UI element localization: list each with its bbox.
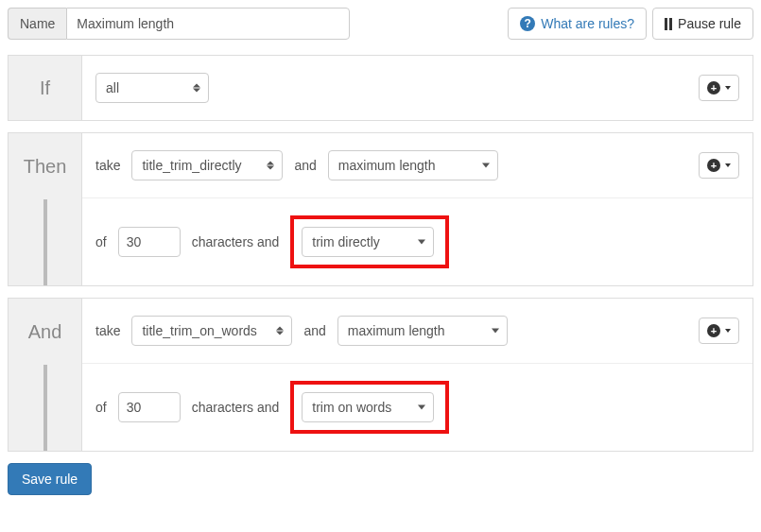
then-row-2: of characters and trim directly	[82, 197, 752, 285]
pause-icon	[665, 18, 672, 30]
chars-and-word: characters and	[192, 234, 280, 249]
pause-text: Pause rule	[678, 16, 741, 31]
plus-icon: +	[707, 159, 720, 172]
and-action-select[interactable]: maximum length	[337, 316, 508, 346]
help-text: What are rules?	[541, 16, 634, 31]
then-label-col: Then	[9, 133, 82, 285]
caret-down-icon	[725, 329, 731, 333]
then-action-select[interactable]: maximum length	[328, 150, 498, 180]
top-bar: Name ? What are rules? Pause rule	[8, 8, 753, 40]
of-word: of	[95, 234, 107, 249]
then-trim-mode-select[interactable]: trim directly	[302, 227, 434, 257]
pause-rule-button[interactable]: Pause rule	[652, 8, 753, 40]
and-count-input[interactable]	[118, 392, 181, 422]
and-field-select[interactable]: title_trim_on_words	[131, 316, 292, 346]
and-row-1: take title_trim_on_words and maximum len…	[82, 299, 752, 363]
and-label: And	[9, 299, 81, 365]
plus-icon: +	[707, 81, 720, 94]
if-add-button[interactable]: +	[699, 75, 739, 101]
and-word: and	[303, 323, 325, 338]
then-label: Then	[9, 133, 81, 199]
and-word: and	[294, 158, 316, 173]
vertical-connector	[43, 199, 47, 285]
take-word: take	[95, 158, 120, 173]
name-label: Name	[8, 8, 66, 40]
take-word: take	[95, 323, 120, 338]
and-add-button[interactable]: +	[699, 317, 739, 344]
chars-and-word: characters and	[192, 400, 280, 415]
vertical-connector	[43, 365, 47, 451]
and-row-2: of characters and trim on words	[82, 363, 752, 451]
if-condition-select[interactable]: all	[95, 73, 209, 103]
what-are-rules-button[interactable]: ? What are rules?	[508, 8, 647, 40]
plus-icon: +	[707, 324, 720, 337]
of-word: of	[95, 400, 107, 415]
if-label: If	[9, 56, 82, 120]
and-trim-highlight: trim on words	[290, 381, 449, 434]
and-block: And take title_trim_on_words and maximum…	[8, 298, 753, 452]
rule-name-input[interactable]	[66, 8, 350, 40]
caret-down-icon	[725, 86, 731, 90]
caret-down-icon	[725, 163, 731, 167]
then-add-button[interactable]: +	[699, 152, 739, 179]
then-block: Then take title_trim_directly and maximu…	[8, 132, 753, 286]
then-row-1: take title_trim_directly and maximum len…	[82, 133, 752, 197]
then-count-input[interactable]	[118, 227, 181, 257]
and-label-col: And	[9, 299, 82, 451]
save-rule-button[interactable]: Save rule	[8, 463, 92, 495]
then-field-select[interactable]: title_trim_directly	[131, 150, 283, 180]
and-trim-mode-select[interactable]: trim on words	[302, 392, 434, 422]
help-icon: ?	[520, 16, 535, 31]
then-trim-highlight: trim directly	[290, 215, 449, 268]
if-block: If all +	[8, 55, 753, 121]
